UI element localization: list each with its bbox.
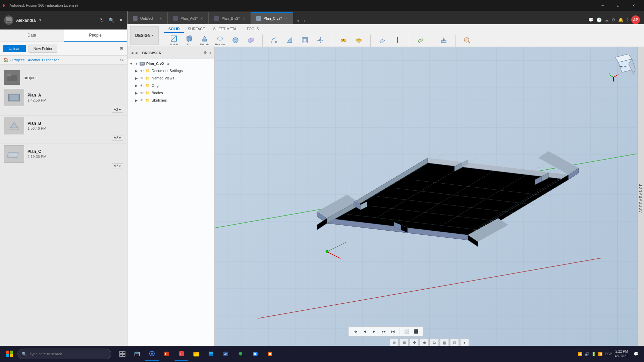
navigation-cube[interactable]: FRONT X Z Y (612, 52, 639, 79)
task-store-button[interactable] (204, 347, 218, 361)
orbit-icon[interactable]: ⊕ (390, 339, 398, 347)
taskbar-search[interactable]: 🔍 (17, 349, 111, 359)
fit-icon[interactable]: ⊞ (400, 339, 409, 347)
tab-sheet-metal[interactable]: SHEET METAL (209, 25, 243, 33)
playback-next-button[interactable]: ▸▸ (380, 327, 388, 336)
create-extrude-button[interactable]: Extrude (197, 33, 212, 48)
user-dropdown-icon[interactable]: ▾ (39, 18, 41, 22)
task-word-button[interactable]: W (219, 347, 233, 361)
insert-button[interactable] (436, 33, 451, 48)
tree-eye-origin[interactable]: 👁 (140, 84, 144, 87)
tab-tools[interactable]: TOOLS (243, 25, 263, 33)
tab-people[interactable]: People (64, 29, 127, 42)
tree-toggle-origin[interactable]: ▶ (134, 83, 139, 88)
assemble-joint-button[interactable] (336, 33, 351, 48)
task-fusion-button[interactable]: F (174, 347, 189, 361)
tab-untitled[interactable]: Untitled ✕ (127, 12, 168, 24)
tab-data[interactable]: Data (0, 29, 64, 42)
tree-eye-plan-c[interactable]: 👁 (135, 62, 138, 66)
task-explorer-button[interactable] (130, 347, 144, 361)
clock-icon[interactable]: 🕐 (596, 17, 602, 22)
tab-close-plan-bv2[interactable]: ✕ (243, 17, 245, 20)
assemble-motion-button[interactable] (352, 33, 366, 48)
minimize-button[interactable]: ─ (595, 0, 610, 11)
appearance-panel[interactable]: APPEARANCE (637, 47, 644, 349)
tab-plan-bv2[interactable]: Plan_B v2* ✕ (209, 12, 251, 24)
tab-close-plan-cv2[interactable]: ✕ (285, 17, 287, 20)
tree-toggle-named-views[interactable]: ▶ (134, 76, 139, 80)
browser-settings-icon[interactable]: ⚙ (204, 51, 207, 55)
tree-eye-named-views[interactable]: 👁 (140, 76, 144, 80)
create-combine-button[interactable] (244, 33, 258, 48)
version-badge-plan-a[interactable]: V3▾ (112, 107, 123, 113)
tree-toggle-doc-settings[interactable]: ▶ (134, 68, 139, 73)
tree-eye-bodies[interactable]: 👁 (140, 91, 144, 95)
tab-add-button[interactable]: + (302, 18, 307, 24)
settings-icon[interactable]: ⚙ (611, 17, 615, 22)
tab-plan-av3[interactable]: Plan_Av3* ✕ (168, 12, 209, 24)
viewport[interactable]: ◄◄ BROWSER ⚙ ▸ ▼ 👁 Plan_C v2 ◉ (127, 47, 644, 362)
grid-icon[interactable]: ▦ (440, 339, 449, 347)
clock-display[interactable]: 2:22 PM 4/7/2021 (615, 349, 628, 359)
tab-solid[interactable]: SOLID (164, 25, 184, 33)
task-chrome-button[interactable] (145, 347, 159, 361)
playback-start-button[interactable]: ⏮ (352, 327, 360, 336)
version-badge-plan-b[interactable]: V2▾ (112, 135, 123, 141)
browser-collapse-right-icon[interactable]: ▸ (210, 51, 212, 55)
version-badge-plan-c[interactable]: V2▾ (112, 163, 123, 169)
task-files-button[interactable] (189, 347, 203, 361)
user-avatar-icon[interactable]: AP (631, 15, 640, 24)
playback-prev-button[interactable]: ◄ (361, 327, 369, 336)
tab-close-plan-av3[interactable]: ✕ (200, 17, 203, 20)
tree-item-bodies[interactable]: ▶ 👁 📁 Bodies (127, 89, 214, 97)
inspect-measure-button[interactable] (413, 33, 428, 48)
file-item[interactable]: Plan_A 1:42:56 PM V3▾ (0, 87, 127, 116)
modify-shell-button[interactable] (298, 33, 312, 48)
upload-button[interactable]: Upload (3, 45, 26, 52)
tree-toggle-sketches[interactable]: ▶ (134, 98, 139, 103)
playback-end-button[interactable]: ⏭ (389, 327, 397, 336)
create-box-button[interactable]: Box (182, 33, 197, 48)
home-icon[interactable]: 🏠 (3, 58, 8, 62)
file-item[interactable]: Plan_C 2:19:36 PM V2▾ (0, 144, 127, 172)
notification-button[interactable]: 💬 (631, 349, 641, 359)
close-panel-icon[interactable]: ✕ (119, 17, 123, 23)
task-zoom-button[interactable] (248, 347, 262, 361)
task-maps-button[interactable] (233, 347, 248, 361)
breadcrumb-settings-icon[interactable]: ⚙ (120, 58, 124, 62)
tree-item-plan-c[interactable]: ▼ 👁 Plan_C v2 ◉ (127, 60, 214, 67)
zoom-icon[interactable]: ⊕ (420, 339, 429, 347)
create-sphere-button[interactable] (228, 33, 243, 48)
cloud-icon[interactable]: ☁ (604, 17, 609, 22)
browser-collapse-icon[interactable]: ◄◄ (130, 51, 138, 55)
modify-fillet-button[interactable] (267, 33, 281, 48)
new-folder-button[interactable]: New Folder (29, 45, 57, 53)
tab-nav-chevron-icon[interactable]: ▾ (296, 18, 301, 24)
modify-move-button[interactable] (313, 33, 328, 48)
task-view-button[interactable] (115, 347, 129, 361)
task-audio-button[interactable] (263, 347, 277, 361)
construct-axis-button[interactable] (390, 33, 405, 48)
lang-label[interactable]: ESP (605, 352, 612, 356)
network-icon[interactable]: 📶 (598, 352, 603, 356)
modify-chamfer-button[interactable] (282, 33, 297, 48)
playback-play-button[interactable]: ► (370, 327, 378, 336)
playback-frame-icon[interactable]: ⬜ (403, 327, 411, 336)
create-sketch-button[interactable]: Sketch (166, 33, 181, 48)
help-icon[interactable]: ? (626, 17, 629, 22)
maximize-button[interactable]: □ (610, 0, 626, 11)
view-cube-icon[interactable]: ⧉ (430, 339, 439, 347)
construct-plane-button[interactable] (375, 33, 389, 48)
tree-toggle-bodies[interactable]: ▶ (134, 90, 139, 95)
pan-icon[interactable]: ✥ (410, 339, 419, 347)
project-folder[interactable]: project (0, 67, 127, 87)
select-button[interactable] (460, 33, 474, 48)
tree-eye-doc-settings[interactable]: 👁 (140, 69, 144, 73)
tab-close-untitled[interactable]: ✕ (159, 17, 162, 20)
tree-item-named-views[interactable]: ▶ 👁 📁 Named Views (127, 74, 214, 82)
design-mode-button[interactable]: DESIGN ▾ (130, 26, 159, 45)
display-settings-icon[interactable]: ⊡ (450, 339, 459, 347)
comment-icon[interactable]: 💬 (588, 17, 594, 22)
project-breadcrumb[interactable]: Project1_Alcohol_Dispenser (12, 58, 59, 62)
tree-item-doc-settings[interactable]: ▶ 👁 📁 Document Settings (127, 67, 214, 74)
